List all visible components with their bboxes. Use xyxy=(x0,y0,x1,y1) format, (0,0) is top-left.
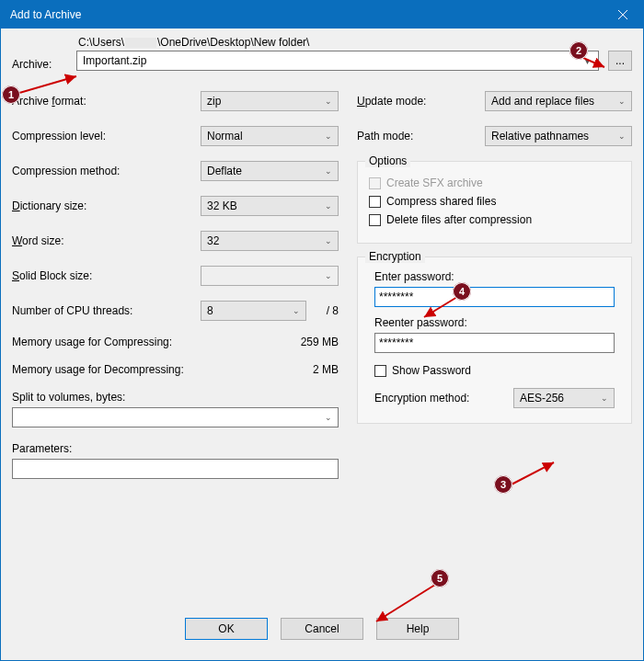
annotation-badge-2: 2 xyxy=(569,41,588,60)
chevron-down-icon: ⌄ xyxy=(325,271,332,280)
sfx-checkbox xyxy=(369,177,381,189)
dictionary-size-label: Dictionary size: xyxy=(12,199,201,212)
chevron-down-icon: ⌄ xyxy=(325,131,332,141)
annotation-badge-4: 4 xyxy=(453,282,471,301)
annotation-badge-5: 5 xyxy=(431,569,449,587)
encryption-title: Encryption xyxy=(365,250,425,263)
ok-button[interactable]: OK xyxy=(185,618,268,640)
parameters-label: Parameters: xyxy=(12,442,339,455)
mem-compress-label: Memory usage for Compressing: xyxy=(12,336,274,348)
close-button[interactable] xyxy=(602,1,643,28)
window-title: Add to Archive xyxy=(10,8,602,21)
chevron-down-icon: ⌄ xyxy=(601,393,608,403)
update-mode-label: Update mode: xyxy=(357,95,485,108)
show-password-checkbox[interactable] xyxy=(374,365,386,377)
chevron-down-icon: ⌄ xyxy=(618,131,626,141)
show-password-label: Show Password xyxy=(392,364,471,377)
cpu-threads-combo[interactable]: 8⌄ xyxy=(201,301,306,321)
path-mode-label: Path mode: xyxy=(357,130,485,142)
chevron-down-icon: ⌄ xyxy=(325,236,332,245)
chevron-down-icon: ⌄ xyxy=(325,201,332,211)
svg-line-6 xyxy=(376,585,435,621)
cpu-threads-label: Number of CPU threads: xyxy=(12,304,201,317)
compression-level-label: Compression level: xyxy=(12,130,201,142)
options-group: Options Create SFX archive Compress shar… xyxy=(357,161,632,244)
dictionary-size-combo[interactable]: 32 KB⌄ xyxy=(201,196,339,216)
encryption-method-combo[interactable]: AES-256⌄ xyxy=(513,388,615,408)
chevron-down-icon: ⌄ xyxy=(293,306,300,315)
archive-name-input[interactable] xyxy=(81,53,580,68)
compress-shared-checkbox[interactable] xyxy=(369,196,381,208)
word-size-combo[interactable]: 32⌄ xyxy=(201,231,339,251)
redacted-username xyxy=(125,38,156,48)
archive-name-combo[interactable]: ▾ xyxy=(76,51,599,71)
compress-shared-label: Compress shared files xyxy=(386,195,496,208)
archive-format-label: Archive format: xyxy=(12,95,201,108)
delete-after-checkbox[interactable] xyxy=(369,214,381,226)
delete-after-label: Delete files after compression xyxy=(386,213,532,226)
enter-password-label: Enter password: xyxy=(374,270,615,283)
help-button[interactable]: Help xyxy=(376,618,459,640)
options-title: Options xyxy=(365,154,410,167)
encryption-method-label: Encryption method: xyxy=(374,392,513,405)
mem-decompress-label: Memory usage for Decompressing: xyxy=(12,363,274,376)
chevron-down-icon: ⌄ xyxy=(325,97,332,106)
chevron-down-icon: ⌄ xyxy=(325,166,332,176)
chevron-down-icon: ⌄ xyxy=(325,413,332,422)
path-mode-combo[interactable]: Relative pathnames⌄ xyxy=(485,126,632,146)
parameters-input[interactable] xyxy=(12,459,339,479)
word-size-label: Word size: xyxy=(12,234,201,247)
password-confirm-input[interactable] xyxy=(374,333,615,353)
archive-path: C:\Users\\OneDrive\Desktop\New folder\ xyxy=(76,36,599,49)
compression-level-combo[interactable]: Normal⌄ xyxy=(201,126,339,146)
mem-decompress-value: 2 MB xyxy=(274,363,339,376)
annotation-badge-1: 1 xyxy=(2,85,20,104)
update-mode-combo[interactable]: Add and replace files⌄ xyxy=(485,91,632,111)
solid-block-combo[interactable]: ⌄ xyxy=(201,266,339,286)
chevron-down-icon: ⌄ xyxy=(618,97,626,106)
split-volumes-combo[interactable]: ⌄ xyxy=(12,407,339,427)
annotation-badge-3: 3 xyxy=(494,475,512,494)
mem-compress-value: 259 MB xyxy=(274,336,339,348)
password-input[interactable] xyxy=(374,287,615,307)
browse-button[interactable]: ... xyxy=(608,51,632,71)
compression-method-label: Compression method: xyxy=(12,165,201,177)
archive-label: Archive: xyxy=(12,41,67,71)
archive-format-combo[interactable]: zip⌄ xyxy=(201,91,339,111)
cpu-threads-total: / 8 xyxy=(306,304,339,317)
split-volumes-label: Split to volumes, bytes: xyxy=(12,391,339,404)
titlebar: Add to Archive xyxy=(1,1,643,28)
close-icon xyxy=(618,10,627,19)
sfx-label: Create SFX archive xyxy=(386,177,483,189)
reenter-password-label: Reenter password: xyxy=(374,316,615,329)
compression-method-combo[interactable]: Deflate⌄ xyxy=(201,161,339,181)
cancel-button[interactable]: Cancel xyxy=(281,618,363,640)
encryption-group: Encryption Enter password: Reenter passw… xyxy=(357,256,632,424)
window: Add to Archive Archive: C:\Users\\OneDri… xyxy=(0,0,644,661)
solid-block-label: Solid Block size: xyxy=(12,269,201,282)
dialog-buttons: OK Cancel Help xyxy=(12,618,632,640)
